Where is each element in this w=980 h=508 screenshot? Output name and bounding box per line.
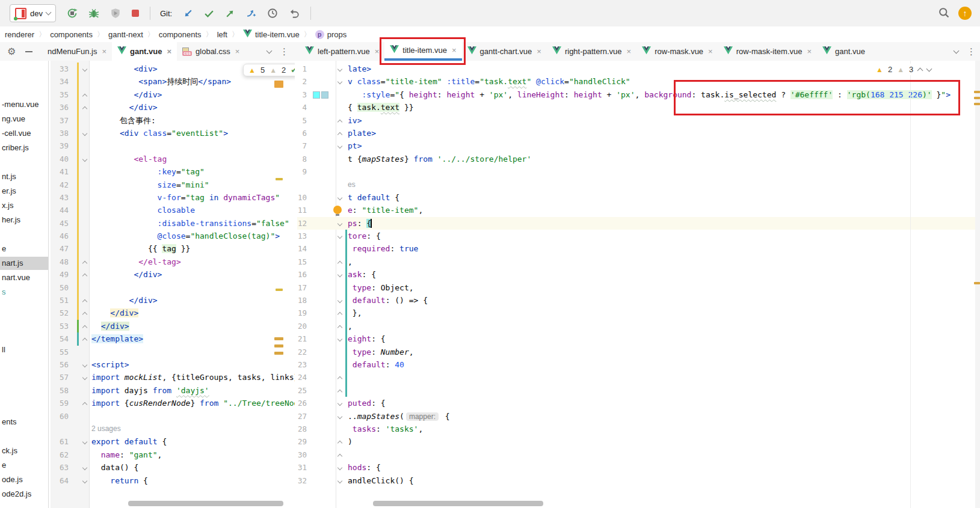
fold-icon[interactable] (337, 256, 344, 268)
project-tree-item[interactable]: s (0, 286, 49, 299)
fold-icon[interactable] (82, 461, 89, 474)
project-tree-item[interactable]: ents (0, 415, 49, 429)
fold-icon[interactable] (337, 320, 344, 332)
close-icon[interactable]: × (167, 47, 171, 56)
breadcrumb-item[interactable]: renderer (2, 30, 37, 39)
close-icon[interactable]: × (452, 46, 457, 55)
run-configuration-select[interactable]: dev (10, 4, 56, 22)
horizontal-scrollbar[interactable] (128, 501, 283, 506)
close-icon[interactable]: × (627, 47, 632, 56)
fold-icon[interactable] (337, 230, 344, 242)
fold-icon[interactable] (337, 474, 344, 487)
rerun-button[interactable] (67, 8, 78, 19)
update-notification-badge[interactable]: ↑ (958, 7, 972, 20)
inspections-widget[interactable]: ▲5 ▲2 ✔4 (243, 64, 295, 76)
color-swatch[interactable] (321, 91, 328, 99)
project-tree-item[interactable]: ode2d.js (0, 488, 49, 501)
project-tree-item[interactable]: her.js (0, 213, 49, 227)
project-tree-item[interactable]: nart.js (0, 257, 49, 270)
fold-icon[interactable] (337, 371, 344, 384)
project-tree-item[interactable]: criber.js (0, 141, 49, 155)
git-fetch-button[interactable] (246, 8, 256, 19)
close-icon[interactable]: × (708, 47, 713, 56)
project-tree-panel[interactable]: -menu.vueng.vue-cell.vuecriber.jsnt.jser… (0, 61, 49, 508)
kebab-menu-icon[interactable]: ⋮ (280, 46, 289, 57)
chevron-down-icon[interactable] (954, 47, 960, 54)
run-with-coverage-button[interactable] (110, 8, 121, 19)
fold-icon[interactable] (337, 332, 344, 345)
breadcrumb-item[interactable]: components (48, 30, 95, 39)
hide-panel-icon[interactable] (25, 51, 32, 52)
fold-icon[interactable] (337, 461, 344, 474)
fold-icon[interactable] (337, 307, 344, 319)
project-tree-item[interactable]: ll (0, 343, 49, 357)
tab-gantt-chart.vue[interactable]: gantt-chart.vue× (462, 42, 547, 61)
close-icon[interactable]: × (537, 47, 541, 56)
stripe-marker[interactable] (274, 344, 283, 347)
fold-icon[interactable] (82, 397, 89, 409)
rollback-icon[interactable] (289, 8, 300, 19)
tab-right-pattern.vue[interactable]: right-pattern.vue× (547, 42, 636, 61)
stripe-marker[interactable] (974, 91, 980, 93)
left-editor[interactable]: 33 <div>34 <span>持续时间</span>35 </div>36 … (51, 61, 295, 508)
project-tree-item[interactable]: ode.js (0, 473, 49, 486)
breadcrumb-item[interactable]: title-item.vue (241, 29, 302, 40)
search-everywhere-icon[interactable] (938, 7, 950, 20)
fold-icon[interactable] (337, 191, 344, 204)
fold-icon[interactable] (82, 358, 89, 371)
tab-gant.vue[interactable]: gant.vue (817, 42, 871, 61)
fold-icon[interactable] (82, 332, 89, 345)
fold-icon[interactable] (337, 448, 344, 461)
fold-icon[interactable] (337, 294, 344, 307)
project-tree-item[interactable]: nart.vue (0, 271, 49, 284)
breadcrumb-item[interactable]: gantt-next (106, 30, 146, 39)
stripe-marker[interactable] (974, 97, 980, 99)
fold-icon[interactable] (82, 101, 89, 114)
git-update-button[interactable] (183, 8, 193, 19)
history-icon[interactable] (267, 8, 278, 19)
fold-icon[interactable] (337, 410, 344, 423)
project-tree-item[interactable]: e (0, 242, 49, 256)
horizontal-scrollbar[interactable] (373, 501, 543, 506)
fold-icon[interactable] (82, 256, 89, 268)
tab-global.css[interactable]: cssglobal.css× (177, 42, 245, 61)
tab-row-mask-item.vue[interactable]: row-mask-item.vue× (718, 42, 817, 61)
tab-row-mask.vue[interactable]: row-mask.vue× (636, 42, 718, 61)
right-editor[interactable]: 1late>2v class="title-item" :title="task… (297, 61, 980, 508)
inspections-widget[interactable]: ▲2 ▲3 (871, 64, 936, 75)
project-tree-item[interactable]: nt.js (0, 170, 49, 183)
fold-icon[interactable] (337, 63, 344, 75)
tab-ndMenuFun.js[interactable]: ndMenuFun.js× (42, 42, 112, 61)
fold-icon[interactable] (337, 114, 344, 127)
debug-button[interactable] (88, 8, 99, 19)
prev-issue-icon[interactable] (917, 67, 923, 73)
breadcrumb-item[interactable]: components (156, 30, 204, 39)
breadcrumb-item[interactable]: left (215, 30, 230, 39)
close-icon[interactable]: × (102, 47, 106, 56)
chevron-down-icon[interactable] (267, 47, 273, 54)
stripe-marker[interactable] (276, 289, 283, 291)
fold-icon[interactable] (82, 153, 89, 165)
project-tree-item[interactable]: ng.vue (0, 112, 49, 126)
next-issue-icon[interactable] (926, 66, 932, 72)
fold-icon[interactable] (82, 435, 89, 448)
tab-gant.vue[interactable]: gant.vue× (112, 42, 177, 61)
fold-icon[interactable] (337, 217, 344, 230)
project-tree-item[interactable]: er.js (0, 185, 49, 198)
stripe-marker[interactable] (974, 103, 980, 105)
fold-icon[interactable] (337, 435, 344, 448)
stripe-marker[interactable] (274, 337, 283, 340)
fold-icon[interactable] (82, 268, 89, 281)
project-tree-item[interactable]: ck.js (0, 444, 49, 458)
stripe-marker[interactable] (274, 81, 283, 88)
tab-left-pattern.vue[interactable]: left-pattern.vue× (300, 42, 384, 61)
breadcrumb-item[interactable]: pprops (313, 30, 350, 39)
project-tree-item[interactable]: e (0, 459, 49, 472)
stripe-marker[interactable] (974, 282, 980, 284)
git-push-button[interactable] (225, 8, 235, 19)
color-swatch[interactable] (313, 91, 320, 99)
fold-icon[interactable] (82, 294, 89, 307)
project-tree-item[interactable]: -menu.vue (0, 98, 49, 111)
stripe-marker[interactable] (276, 178, 283, 180)
vertical-scrollbar[interactable] (975, 61, 980, 508)
